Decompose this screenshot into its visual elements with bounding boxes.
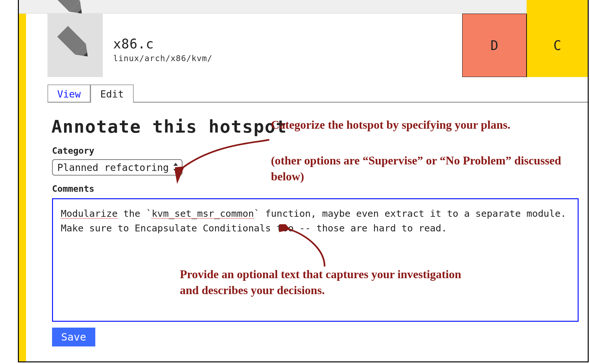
score-c-letter: C	[553, 38, 561, 53]
file-icon-tile	[47, 14, 103, 77]
comments-rest: ` function, maybe even extract it to a s…	[61, 208, 566, 234]
page-title: Annotate this hotspot	[51, 116, 287, 137]
comments-label: Comments	[52, 184, 94, 194]
file-name: x86.c	[113, 36, 154, 51]
top-strip	[19, 0, 588, 14]
pencil-icon	[54, 23, 96, 65]
category-label: Category	[52, 146, 94, 156]
tab-view[interactable]: View	[47, 84, 90, 103]
score-d-letter: D	[490, 38, 498, 53]
select-arrows-icon	[173, 163, 179, 172]
score-badge-c: C	[527, 14, 588, 77]
tab-edit[interactable]: Edit	[90, 84, 133, 103]
annotation-arrow-1	[175, 130, 273, 185]
file-path: linux/arch/x86/kvm/	[113, 54, 212, 63]
spell-word-2: kvm_set_msr_common	[152, 208, 254, 219]
category-select[interactable]: Planned refactoring	[52, 159, 182, 176]
score-badge-d: D	[462, 14, 527, 77]
screenshot-root: x86.c linux/arch/x86/kvm/ D C ViewEdit A…	[0, 0, 590, 364]
annotation-options: (other options are “Supervise” or “No Pr…	[271, 153, 589, 184]
category-value: Planned refactoring	[57, 162, 169, 173]
tab-row: ViewEdit	[47, 84, 588, 103]
save-button[interactable]: Save	[52, 328, 95, 346]
save-label: Save	[61, 331, 86, 343]
spell-word-1: Modularize	[61, 208, 118, 219]
left-accent-bar	[19, 14, 26, 361]
score-c-top-strip	[527, 0, 588, 14]
comments-textarea[interactable]: Modularize the `kvm_set_msr_common` func…	[52, 198, 579, 322]
annotation-categorize: Categorize the hotspot by specifying you…	[271, 117, 589, 133]
app-window: x86.c linux/arch/x86/kvm/ D C ViewEdit A…	[18, 0, 589, 362]
